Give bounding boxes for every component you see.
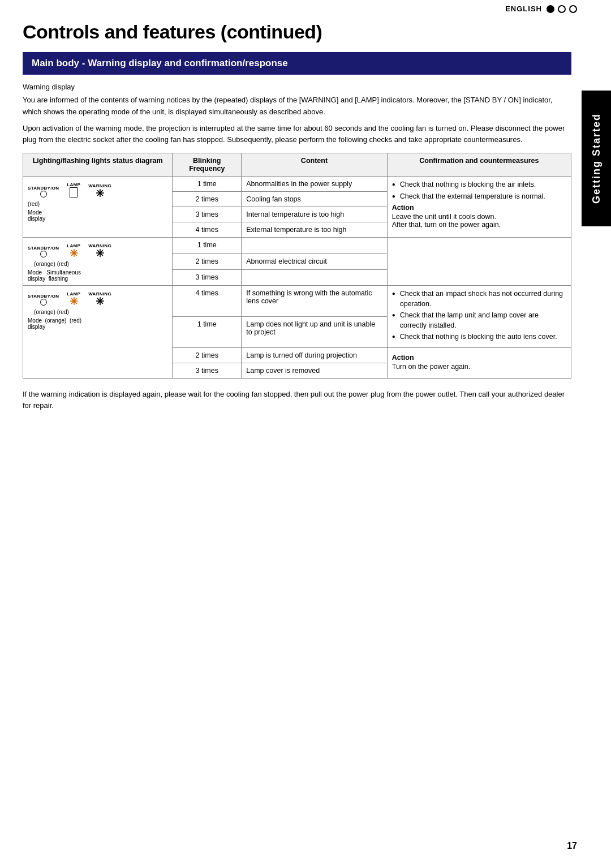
table-row: STANDBY/ON LAMP WARNING ✳ [23, 177, 571, 192]
blink-3-times-1: 3 times [173, 207, 242, 222]
header-diagram: Lighting/flashing lights status diagram [23, 153, 173, 177]
circle-open-icon-1 [558, 5, 566, 13]
action-label-1: Action [392, 204, 566, 212]
section-header: Main body - Warning display and confirma… [23, 52, 571, 75]
content-1: Abnormalities in the power supply [242, 177, 387, 192]
content-5 [242, 238, 387, 253]
warning-table: Lighting/flashing lights status diagram … [23, 153, 571, 379]
blink-1-time-2: 1 time [173, 238, 242, 253]
footer-text: If the warning indication is displayed a… [23, 389, 571, 412]
top-bar: ENGLISH [0, 0, 611, 15]
bullet-item: Check that the external temperature is n… [392, 192, 566, 202]
diagram-cell-1: STANDBY/ON LAMP WARNING ✳ [23, 177, 173, 238]
content-3: Internal temperature is too high [242, 207, 387, 222]
content-10: Lamp is turned off during projection [242, 347, 387, 363]
action-text-4: Turn on the power again. [392, 363, 566, 371]
circle-open-icon-2 [569, 5, 577, 13]
bullet-item: Check that the lamp unit and lamp cover … [392, 311, 566, 330]
bullet-item: Check that nothing is blocking the air i… [392, 180, 566, 190]
circle-filled-icon [547, 5, 554, 13]
action-text-1: Leave the unit until it cools down.After… [392, 213, 566, 229]
mode-label-2: Mode Simultaneousdisplay flashing [28, 269, 81, 282]
blink-1-time-4: 1 time [173, 316, 242, 347]
diagram-cell-2: STANDBY/ON LAMP ✳ WARNING ✳ [23, 238, 173, 286]
color-labels-2: (orange) (red) [28, 261, 69, 267]
blink-1-time: 1 time [173, 177, 242, 192]
table-row: STANDBY/ON LAMP ✳ WARNING ✳ [23, 286, 571, 317]
intro-paragraph-2: Upon activation of the warning mode, the… [23, 123, 571, 147]
color-label-1: (red) [28, 201, 40, 207]
header-content: Content [242, 153, 387, 177]
diagram-cell-3: STANDBY/ON LAMP ✳ WARNING ✳ [23, 286, 173, 379]
language-label: ENGLISH [505, 5, 542, 13]
confirm-cell-3: Check that an impact shock has not occur… [387, 286, 571, 348]
blink-2-times-2: 2 times [173, 253, 242, 269]
warning-display-label: Warning display [23, 83, 571, 91]
bullet-list-1: Check that nothing is blocking the air i… [392, 180, 566, 201]
blink-3-times-2: 3 times [173, 269, 242, 285]
content-11: Lamp cover is removed [242, 363, 387, 378]
blink-2-times-1: 2 times [173, 192, 242, 207]
content-6: Abnormal electrical circuit [242, 253, 387, 269]
page-container: ENGLISH Getting Started Controls and fea… [0, 0, 611, 868]
page-number: 17 [567, 841, 577, 851]
confirm-cell-1: Check that nothing is blocking the air i… [387, 177, 571, 238]
action-label-4: Action [392, 354, 566, 362]
confirm-cell-2 [387, 238, 571, 286]
content-4: External temperature is too high [242, 222, 387, 238]
bullet-item: Check that an impact shock has not occur… [392, 289, 566, 309]
header-confirm: Confirmation and countermeasures [387, 153, 571, 177]
blink-4-times-2: 4 times [173, 286, 242, 317]
bullet-item: Check that nothing is blocking the auto … [392, 332, 566, 342]
blink-3-times-4: 3 times [173, 363, 242, 378]
content-2: Cooling fan stops [242, 192, 387, 207]
page-title: Controls and features (continued) [23, 21, 571, 43]
content-7 [242, 269, 387, 285]
blink-4-times-1: 4 times [173, 222, 242, 238]
side-tab: Getting Started [582, 91, 611, 226]
intro-paragraph-1: You are informed of the contents of warn… [23, 94, 571, 118]
table-row: STANDBY/ON LAMP ✳ WARNING ✳ [23, 238, 571, 253]
blink-2-times-4: 2 times [173, 347, 242, 363]
confirm-cell-4: Action Turn on the power again. [387, 347, 571, 378]
header-blink: Blinking Frequency [173, 153, 242, 177]
main-content: Controls and features (continued) Main b… [0, 15, 611, 423]
mode-label-3: Mode (orange) (red)display [28, 317, 81, 330]
bullet-list-3: Check that an impact shock has not occur… [392, 289, 566, 342]
content-9: Lamp does not light up and unit is unabl… [242, 316, 387, 347]
language-indicators [547, 5, 577, 13]
mode-label-1: Modedisplay [28, 209, 45, 222]
content-8: If something is wrong with the automatic… [242, 286, 387, 317]
color-labels-3: (orange) (red) [28, 309, 69, 315]
